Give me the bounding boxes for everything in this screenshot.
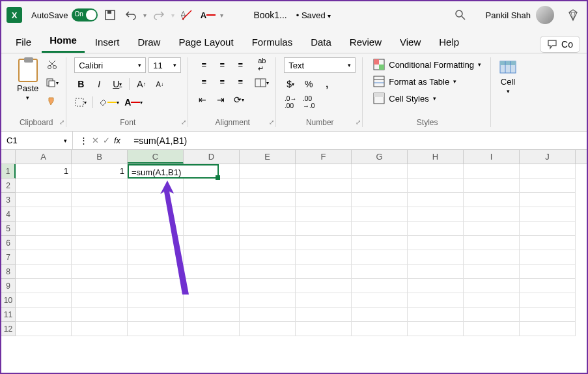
cell-H3[interactable] xyxy=(408,193,464,207)
tab-data[interactable]: Data xyxy=(303,31,339,53)
cell-G6[interactable] xyxy=(352,236,408,250)
orientation-button[interactable]: ⟳▾ xyxy=(232,93,245,107)
row-header[interactable]: 3 xyxy=(1,193,16,207)
cell-I4[interactable] xyxy=(464,207,520,222)
cell-B6[interactable] xyxy=(72,236,128,250)
cell-A9[interactable] xyxy=(16,279,72,293)
cell-D5[interactable] xyxy=(184,222,240,236)
cell-E1[interactable] xyxy=(240,164,296,179)
bold-button[interactable]: B xyxy=(74,77,87,91)
cell-E7[interactable] xyxy=(240,250,296,265)
cell-A12[interactable] xyxy=(16,322,72,336)
row-header[interactable]: 10 xyxy=(1,293,16,308)
font-launcher[interactable]: ⤢ xyxy=(181,119,186,126)
row-header[interactable]: 5 xyxy=(1,222,16,236)
cell-C1[interactable]: =sum(A1,B1) xyxy=(128,164,219,179)
user-account[interactable]: Pankil Shah xyxy=(486,6,554,24)
cell-I8[interactable] xyxy=(464,265,520,279)
cell-F6[interactable] xyxy=(296,236,352,250)
tab-home[interactable]: Home xyxy=(42,29,85,53)
paste-button[interactable]: Paste ▾ xyxy=(13,57,42,102)
increase-decimal-button[interactable]: .0→.00 xyxy=(284,95,297,109)
cell-F4[interactable] xyxy=(296,207,352,222)
tab-file[interactable]: File xyxy=(8,31,39,53)
cell-J3[interactable] xyxy=(520,193,576,207)
wrap-text-button[interactable]: ab↵ xyxy=(255,57,269,72)
fill-color-button[interactable]: ▾ xyxy=(98,95,119,109)
row-header[interactable]: 8 xyxy=(1,265,16,279)
cell-J9[interactable] xyxy=(520,279,576,293)
cell-H4[interactable] xyxy=(408,207,464,222)
enter-formula-button[interactable]: ✓ xyxy=(103,136,110,145)
cell-J7[interactable] xyxy=(520,250,576,265)
cell-I2[interactable] xyxy=(464,179,520,193)
cell-G8[interactable] xyxy=(352,265,408,279)
align-center-button[interactable]: ≡ xyxy=(214,74,230,89)
currency-button[interactable]: $▾ xyxy=(284,77,297,91)
increase-indent-button[interactable]: ⇥ xyxy=(214,93,227,107)
clipboard-launcher[interactable]: ⤢ xyxy=(59,119,64,126)
cell-H2[interactable] xyxy=(408,179,464,193)
cells-button[interactable]: Cell ▾ xyxy=(499,57,517,94)
cell-D11[interactable] xyxy=(184,308,240,322)
cell-B5[interactable] xyxy=(72,222,128,236)
cell-A2[interactable] xyxy=(16,179,72,193)
tab-insert[interactable]: Insert xyxy=(87,31,128,53)
cell-B2[interactable] xyxy=(72,179,128,193)
cell-A7[interactable] xyxy=(16,250,72,265)
copy-button[interactable]: ▾ xyxy=(45,76,59,90)
autosave-toggle[interactable]: AutoSave On xyxy=(31,8,98,22)
cell-H6[interactable] xyxy=(408,236,464,250)
cell-C5[interactable] xyxy=(128,222,184,236)
cell-B1[interactable]: 1 xyxy=(72,164,128,179)
cell-H11[interactable] xyxy=(408,308,464,322)
cell-D3[interactable] xyxy=(184,193,240,207)
cell-B7[interactable] xyxy=(72,250,128,265)
clear-filter-button[interactable]: ⟠ xyxy=(178,7,195,23)
cell-C8[interactable] xyxy=(128,265,184,279)
cut-button[interactable] xyxy=(45,57,59,72)
tab-page-layout[interactable]: Page Layout xyxy=(171,31,241,53)
cell-F10[interactable] xyxy=(296,293,352,308)
cell-H9[interactable] xyxy=(408,279,464,293)
cell-G5[interactable] xyxy=(352,222,408,236)
search-icon[interactable] xyxy=(452,7,469,23)
cell-E5[interactable] xyxy=(240,222,296,236)
cell-I3[interactable] xyxy=(464,193,520,207)
tab-help[interactable]: Help xyxy=(431,31,467,53)
cell-B8[interactable] xyxy=(72,265,128,279)
cell-G11[interactable] xyxy=(352,308,408,322)
cell-F12[interactable] xyxy=(296,322,352,336)
cell-E4[interactable] xyxy=(240,207,296,222)
cell-H10[interactable] xyxy=(408,293,464,308)
align-left-button[interactable]: ≡ xyxy=(196,74,212,89)
cell-E12[interactable] xyxy=(240,322,296,336)
cell-J5[interactable] xyxy=(520,222,576,236)
cell-I10[interactable] xyxy=(464,293,520,308)
row-header[interactable]: 1 xyxy=(1,164,16,179)
cell-H8[interactable] xyxy=(408,265,464,279)
alignment-launcher[interactable]: ⤢ xyxy=(269,119,274,126)
cell-A4[interactable] xyxy=(16,207,72,222)
col-header-j[interactable]: J xyxy=(520,150,576,164)
decrease-indent-button[interactable]: ⇤ xyxy=(196,93,209,107)
save-status[interactable]: • Saved ▾ xyxy=(296,10,331,20)
cell-F8[interactable] xyxy=(296,265,352,279)
cell-J10[interactable] xyxy=(520,293,576,308)
cell-F11[interactable] xyxy=(296,308,352,322)
cell-H7[interactable] xyxy=(408,250,464,265)
cell-I6[interactable] xyxy=(464,236,520,250)
col-header-f[interactable]: F xyxy=(296,150,352,164)
font-color-button[interactable]: A▾ xyxy=(124,95,143,109)
cell-D6[interactable] xyxy=(184,236,240,250)
cell-G2[interactable] xyxy=(352,179,408,193)
cell-G10[interactable] xyxy=(352,293,408,308)
undo-button[interactable] xyxy=(122,7,139,23)
font-color-qat[interactable]: A xyxy=(199,7,216,23)
borders-button[interactable]: ▾ xyxy=(74,95,87,109)
cell-A3[interactable] xyxy=(16,193,72,207)
cell-A8[interactable] xyxy=(16,265,72,279)
cell-J11[interactable] xyxy=(520,308,576,322)
cell-E11[interactable] xyxy=(240,308,296,322)
cell-A6[interactable] xyxy=(16,236,72,250)
